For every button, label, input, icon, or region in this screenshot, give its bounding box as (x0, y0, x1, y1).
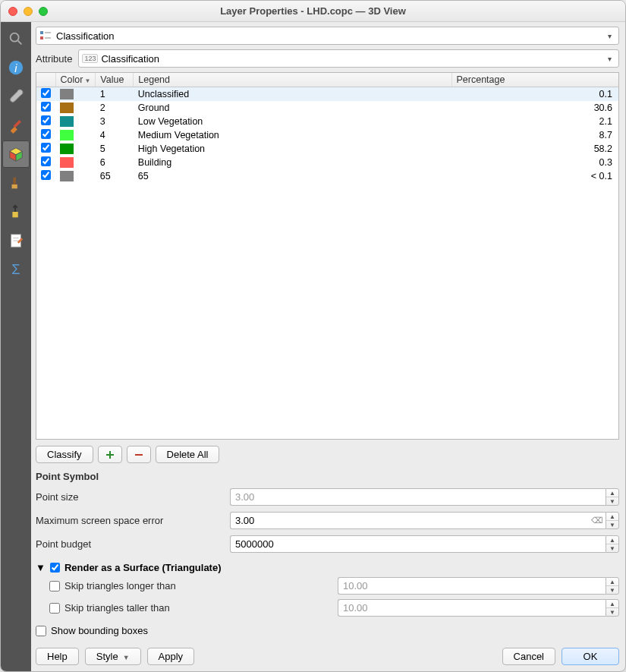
remove-class-button[interactable] (127, 446, 151, 463)
apply-button[interactable]: Apply (147, 648, 195, 665)
col-percentage[interactable]: Percentage (451, 73, 618, 87)
skip-taller-label: Skip triangles taller than (64, 602, 170, 614)
style-button[interactable]: Style▼ (85, 648, 141, 665)
row-percentage: 0.1 (451, 87, 618, 102)
sidebar-rendering[interactable] (2, 169, 30, 197)
row-value: 5 (96, 142, 134, 156)
attribute-combo[interactable]: 123 Classification ▾ (78, 49, 619, 68)
row-legend: Low Vegetation (134, 115, 451, 128)
table-row[interactable]: 6Building0.3 (36, 156, 618, 169)
window-controls (1, 7, 48, 16)
table-row[interactable]: 3Low Vegetation2.1 (36, 115, 618, 128)
point-budget-input[interactable] (230, 535, 606, 553)
zoom-icon[interactable] (39, 7, 48, 16)
row-legend: Unclassified (134, 87, 451, 102)
point-size-stepper[interactable]: ▲▼ (606, 488, 619, 506)
row-visibility-checkbox[interactable] (41, 115, 51, 125)
classify-button[interactable]: Classify (36, 446, 93, 463)
sidebar-statistics[interactable]: Σ (2, 256, 30, 283)
point-size-input (230, 488, 606, 506)
help-button[interactable]: Help (36, 648, 79, 665)
cancel-button[interactable]: Cancel (502, 648, 555, 665)
sort-indicator-icon: ▼ (84, 77, 90, 84)
add-class-button[interactable] (98, 446, 122, 463)
color-swatch[interactable] (60, 103, 74, 113)
attribute-label: Attribute (36, 53, 72, 65)
row-visibility-checkbox[interactable] (41, 156, 51, 166)
skip-longer-checkbox[interactable] (49, 581, 60, 592)
table-row[interactable]: 6565< 0.1 (36, 169, 618, 183)
chevron-up-icon: ▲ (606, 513, 618, 521)
row-legend: Ground (134, 101, 451, 115)
table-row[interactable]: 1Unclassified0.1 (36, 87, 618, 102)
row-value: 1 (96, 87, 134, 102)
row-percentage: 2.1 (451, 115, 618, 128)
sidebar-elevation[interactable] (2, 198, 30, 226)
table-row[interactable]: 2Ground30.6 (36, 101, 618, 115)
color-swatch[interactable] (60, 89, 74, 99)
delete-all-button[interactable]: Delete All (156, 446, 220, 463)
color-swatch[interactable] (60, 130, 74, 140)
chevron-up-icon: ▲ (606, 489, 618, 497)
close-icon[interactable] (8, 7, 17, 16)
table-row[interactable]: 5High Vegetation58.2 (36, 142, 618, 156)
color-swatch[interactable] (60, 144, 74, 154)
titlebar: Layer Properties - LHD.copc — 3D View (1, 1, 625, 22)
svg-text:Σ: Σ (11, 261, 20, 277)
chevron-down-icon: ▼ (606, 608, 618, 616)
row-value: 2 (96, 101, 134, 115)
row-legend: 65 (134, 169, 451, 183)
svg-point-0 (11, 33, 19, 42)
classification-table[interactable]: Color▼ Value Legend Percentage 1Unclassi… (36, 72, 619, 440)
svg-rect-16 (40, 36, 43, 39)
point-budget-stepper[interactable]: ▲▼ (606, 535, 619, 553)
col-color[interactable]: Color▼ (55, 73, 96, 87)
ok-button[interactable]: OK (562, 648, 619, 665)
renderer-combo[interactable]: Classification ▾ (36, 27, 619, 45)
skip-longer-stepper[interactable]: ▲▼ (606, 577, 619, 595)
max-error-stepper[interactable]: ▲▼ (606, 512, 619, 529)
show-bounding-label: Show bounding boxes (51, 625, 148, 636)
chevron-down-icon: ▼ (606, 586, 618, 594)
row-value: 4 (96, 128, 134, 142)
max-error-input[interactable] (230, 512, 589, 529)
svg-rect-15 (40, 31, 43, 34)
sidebar-metadata[interactable] (2, 227, 30, 254)
chevron-down-icon: ▼ (606, 521, 618, 528)
disclosure-triangle-icon: ▼ (36, 562, 46, 573)
render-surface-checkbox[interactable] (50, 563, 60, 573)
clear-input-icon[interactable]: ⌫ (589, 512, 606, 529)
minimize-icon[interactable] (24, 7, 33, 16)
row-visibility-checkbox[interactable] (41, 143, 51, 153)
color-swatch[interactable] (60, 116, 74, 127)
row-percentage: 30.6 (451, 101, 618, 115)
sidebar-symbology[interactable] (2, 112, 30, 139)
layer-properties-window: Layer Properties - LHD.copc — 3D View i (0, 0, 626, 672)
render-surface-group[interactable]: ▼ Render as a Surface (Triangulate) (36, 562, 619, 573)
row-value: 3 (96, 115, 134, 128)
row-visibility-checkbox[interactable] (41, 88, 51, 98)
sidebar-3d-view[interactable] (2, 140, 30, 168)
col-legend[interactable]: Legend (134, 73, 451, 87)
color-swatch[interactable] (60, 157, 74, 168)
col-value[interactable]: Value (96, 73, 134, 87)
sidebar-information[interactable]: i (2, 54, 30, 81)
row-visibility-checkbox[interactable] (41, 129, 51, 139)
table-row[interactable]: 4Medium Vegetation8.7 (36, 128, 618, 142)
render-surface-label: Render as a Surface (Triangulate) (64, 562, 222, 573)
sidebar-search[interactable] (2, 25, 30, 52)
row-legend: High Vegetation (134, 142, 451, 156)
skip-taller-checkbox[interactable] (49, 603, 60, 614)
svg-rect-9 (13, 178, 16, 185)
row-visibility-checkbox[interactable] (41, 170, 51, 180)
row-percentage: 0.3 (451, 156, 618, 169)
plus-icon (105, 450, 115, 460)
show-bounding-checkbox[interactable] (36, 626, 46, 636)
row-value: 6 (96, 156, 134, 169)
minus-icon (134, 450, 144, 460)
row-visibility-checkbox[interactable] (41, 102, 51, 112)
notes-icon (8, 232, 24, 249)
color-swatch[interactable] (60, 171, 74, 181)
sidebar-source[interactable] (2, 83, 30, 110)
skip-taller-stepper[interactable]: ▲▼ (606, 599, 619, 617)
